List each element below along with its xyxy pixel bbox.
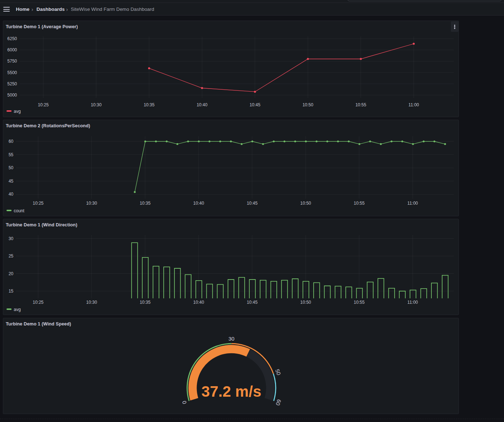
svg-text:50: 50: [274, 368, 282, 376]
svg-text:37.2 m/s: 37.2 m/s: [202, 383, 262, 400]
svg-text:0: 0: [181, 400, 188, 405]
svg-text:30: 30: [228, 336, 234, 342]
svg-text:60: 60: [275, 398, 282, 406]
